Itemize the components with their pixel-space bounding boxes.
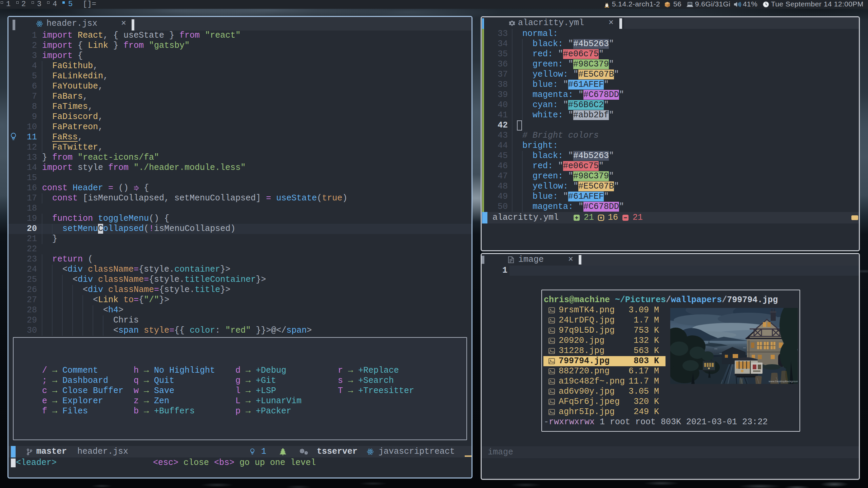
svg-text:www.DesktopBackground.org: www.DesktopBackground.org: [768, 380, 798, 383]
